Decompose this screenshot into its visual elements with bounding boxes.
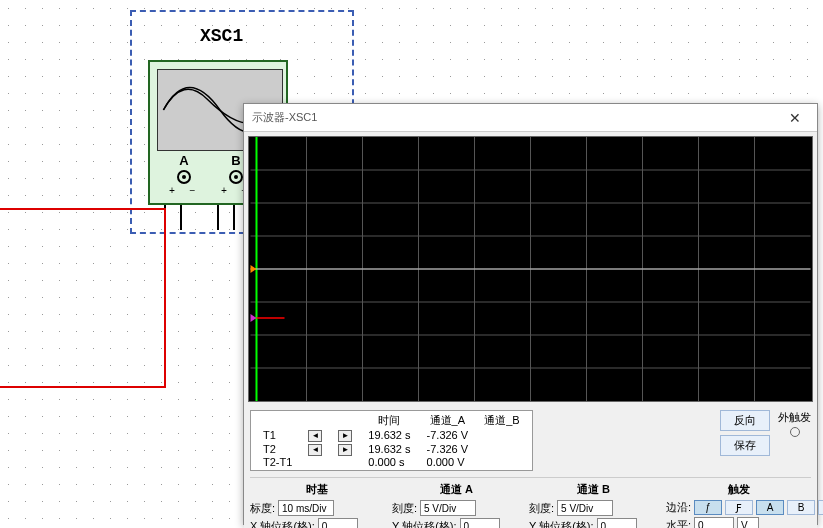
trig-src-ext-button[interactable]: Ext xyxy=(818,500,823,515)
instrument-refdes: XSC1 xyxy=(200,26,243,46)
wire xyxy=(233,205,235,230)
titlebar[interactable]: 示波器-XSC1 ✕ xyxy=(244,104,817,132)
wire-red xyxy=(0,208,164,210)
oscilloscope-window: 示波器-XSC1 ✕ 时间 xyxy=(243,103,818,525)
chb-scale-input[interactable] xyxy=(557,500,613,516)
bnc-icon xyxy=(177,170,191,184)
close-button[interactable]: ✕ xyxy=(781,108,809,128)
wire xyxy=(180,205,182,230)
timebase-group: 时基 标度: X 轴位移(格): Y/T 添加 B/A A/B xyxy=(250,482,384,528)
wire xyxy=(217,205,219,230)
port-a[interactable]: A + − xyxy=(164,153,204,197)
t2-left-button[interactable]: ◄ xyxy=(308,444,322,456)
cursor-row-t2: T2 ◄ ► 19.632 s -7.326 V xyxy=(255,442,528,456)
reverse-button[interactable]: 反向 xyxy=(720,410,770,431)
cursor-row-delta: T2-T1 0.000 s 0.000 V xyxy=(255,456,528,468)
scope-display[interactable] xyxy=(248,136,813,402)
t1-left-button[interactable]: ◄ xyxy=(308,430,322,442)
chb-ypos-input[interactable] xyxy=(597,518,637,528)
edge-falling-button[interactable]: Ƒ xyxy=(725,500,753,515)
trig-src-a-button[interactable]: A xyxy=(756,500,784,515)
wire-red xyxy=(164,208,166,388)
timebase-xpos-input[interactable] xyxy=(318,518,358,528)
trigger-level-unit[interactable] xyxy=(737,517,759,528)
timebase-scale-input[interactable] xyxy=(278,500,334,516)
edge-rising-button[interactable]: ƒ xyxy=(694,500,722,515)
save-button[interactable]: 保存 xyxy=(720,435,770,456)
trigger-group: 触发 边沿: ƒ Ƒ A B Ext 水平: 单次 正常 自动 xyxy=(666,482,811,528)
window-title: 示波器-XSC1 xyxy=(252,110,781,125)
cursor-row-t1: T1 ◄ ► 19.632 s -7.326 V xyxy=(255,428,528,442)
t1-right-button[interactable]: ► xyxy=(338,430,352,442)
t2-right-button[interactable]: ► xyxy=(338,444,352,456)
cursor-readout: 时间 通道_A 通道_B T1 ◄ ► 19.632 s -7.326 V T2 xyxy=(250,410,533,471)
cha-ypos-input[interactable] xyxy=(460,518,500,528)
ext-trigger-indicator xyxy=(790,427,800,437)
trig-src-b-button[interactable]: B xyxy=(787,500,815,515)
channel-b-group: 通道 B 刻度: Y 轴位移(格): 交流 0 直流 - xyxy=(529,482,658,528)
wire-red xyxy=(0,386,166,388)
trigger-level-input[interactable] xyxy=(694,517,734,528)
channel-a-group: 通道 A 刻度: Y 轴位移(格): 交流 0 直流 xyxy=(392,482,521,528)
cha-scale-input[interactable] xyxy=(420,500,476,516)
bnc-icon xyxy=(229,170,243,184)
ext-trigger-label: 外触发 xyxy=(778,410,811,425)
